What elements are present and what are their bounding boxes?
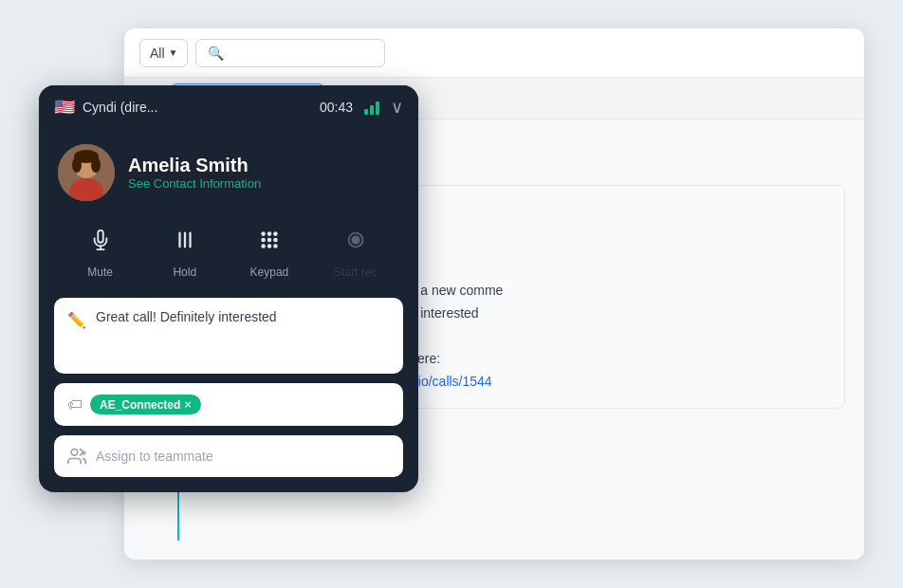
phone-widget: 🇺🇸 Cyndi (dire... 00:43 ∨ bbox=[39, 85, 418, 492]
phone-topbar-right: 00:43 ∨ bbox=[320, 97, 403, 118]
keypad-button[interactable]: Keypad bbox=[249, 220, 289, 279]
svg-point-17 bbox=[262, 232, 265, 235]
tag-badge: AE_Connected × bbox=[90, 395, 201, 414]
start-rec-button[interactable]: Start rec bbox=[334, 220, 377, 279]
tag-icon: 🏷 bbox=[67, 396, 83, 413]
search-icon: 🔍 bbox=[208, 46, 224, 61]
mute-button[interactable]: Mute bbox=[81, 220, 120, 279]
hold-icon bbox=[165, 220, 205, 260]
svg-point-28 bbox=[71, 450, 78, 456]
note-input-text: Great call! Definitely interested bbox=[96, 309, 390, 324]
phone-topbar-left: 🇺🇸 Cyndi (dire... bbox=[54, 97, 157, 118]
flag-icon: 🇺🇸 bbox=[54, 97, 75, 118]
hold-button[interactable]: Hold bbox=[165, 220, 205, 279]
pen-icon: ✏️ bbox=[67, 311, 86, 329]
note-input-area[interactable]: ✏️ Great call! Definitely interested bbox=[54, 298, 403, 374]
mute-label: Mute bbox=[87, 266, 113, 279]
svg-point-18 bbox=[268, 232, 271, 235]
start-rec-label: Start rec bbox=[334, 266, 377, 279]
call-timer: 00:43 bbox=[320, 100, 353, 115]
phone-topbar: 🇺🇸 Cyndi (dire... 00:43 ∨ bbox=[39, 85, 418, 129]
assign-icon bbox=[67, 447, 86, 466]
call-controls: Mute Hold bbox=[39, 212, 418, 294]
tag-label: AE_Connected bbox=[100, 398, 180, 412]
all-dropdown[interactable]: All ▼ bbox=[139, 39, 188, 67]
minimize-button[interactable]: ∨ bbox=[391, 97, 403, 118]
keypad-label: Keypad bbox=[250, 266, 289, 279]
contact-full-name: Amelia Smith bbox=[128, 155, 261, 176]
mute-icon bbox=[81, 220, 120, 260]
svg-point-27 bbox=[352, 236, 359, 243]
svg-point-19 bbox=[274, 232, 277, 235]
svg-point-25 bbox=[274, 245, 277, 248]
svg-point-20 bbox=[262, 239, 265, 242]
hold-label: Hold bbox=[173, 266, 196, 279]
svg-point-22 bbox=[274, 239, 277, 242]
assign-placeholder: Assign to teammate bbox=[96, 449, 213, 464]
tag-remove-button[interactable]: × bbox=[184, 397, 192, 412]
contact-info-section: Amelia Smith See Contact Information bbox=[39, 129, 418, 212]
dropdown-chevron-icon: ▼ bbox=[169, 47, 178, 58]
search-area: All ▼ 🔍 bbox=[139, 39, 849, 67]
tag-area: 🏷 AE_Connected × bbox=[54, 383, 403, 426]
keypad-icon bbox=[249, 220, 289, 260]
svg-point-21 bbox=[268, 239, 271, 242]
see-contact-link[interactable]: See Contact Information bbox=[128, 176, 261, 191]
svg-point-11 bbox=[91, 157, 101, 173]
assign-area[interactable]: Assign to teammate bbox=[54, 435, 403, 477]
crm-topbar: All ▼ 🔍 bbox=[124, 28, 864, 78]
contact-text: Amelia Smith See Contact Information bbox=[128, 155, 261, 191]
avatar bbox=[58, 144, 115, 201]
svg-point-10 bbox=[72, 157, 82, 173]
search-box[interactable]: 🔍 bbox=[195, 39, 385, 67]
svg-point-24 bbox=[268, 245, 271, 248]
dropdown-label: All bbox=[150, 46, 165, 61]
start-rec-icon bbox=[336, 220, 376, 260]
signal-icon bbox=[364, 100, 379, 115]
caller-name: Cyndi (dire... bbox=[83, 100, 157, 115]
svg-point-23 bbox=[262, 245, 265, 248]
